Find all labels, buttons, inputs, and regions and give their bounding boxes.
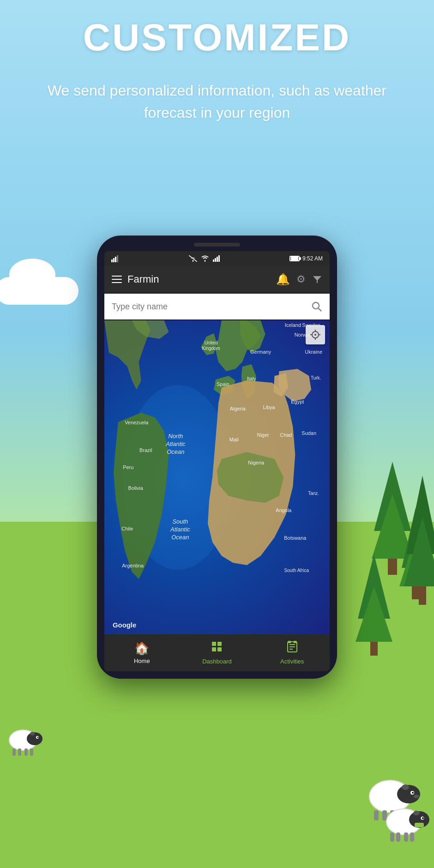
svg-text:Algeria: Algeria — [230, 406, 246, 411]
svg-point-26 — [30, 732, 35, 735]
svg-rect-46 — [213, 259, 214, 262]
title-section: CUSTOMIZED We send personalized informat… — [0, 18, 434, 124]
svg-text:Turk.: Turk. — [311, 375, 321, 380]
svg-rect-18 — [374, 810, 379, 820]
svg-text:Ocean: Ocean — [171, 534, 189, 541]
svg-text:Botswana: Botswana — [284, 535, 307, 541]
activities-icon — [286, 641, 298, 656]
svg-text:United: United — [205, 340, 218, 345]
cell-signal-icon — [213, 255, 221, 262]
svg-rect-47 — [215, 258, 216, 262]
wifi-icon — [201, 255, 209, 262]
svg-text:Libya: Libya — [263, 404, 275, 410]
app-header: Farmin 🔔 ⚙ — [104, 266, 330, 293]
svg-rect-5 — [412, 586, 419, 599]
svg-text:Germany: Germany — [250, 349, 271, 355]
svg-point-17 — [414, 795, 419, 798]
status-center — [189, 255, 221, 262]
svg-text:South Africa: South Africa — [284, 568, 309, 573]
svg-text:Italy: Italy — [247, 376, 257, 381]
map-svg: North Atlantic Ocean South Atlantic Ocea… — [104, 320, 330, 634]
svg-point-23 — [27, 732, 42, 745]
phone-outer: 9:52 AM Farmin 🔔 ⚙ — [97, 235, 337, 679]
svg-rect-94 — [212, 642, 216, 646]
sheep-far-right — [383, 801, 434, 845]
search-bar — [104, 294, 330, 319]
wifi-off-icon — [189, 255, 197, 262]
nav-dashboard-button[interactable]: Dashboard — [180, 641, 255, 665]
bottom-nav: 🏠 Home Dashboard — [104, 634, 330, 671]
svg-text:Kingdom: Kingdom — [202, 346, 220, 351]
signal-icon — [111, 255, 121, 262]
svg-rect-48 — [217, 257, 218, 262]
svg-text:South: South — [172, 518, 188, 525]
status-signal — [111, 255, 121, 262]
svg-text:Atlantic: Atlantic — [165, 440, 186, 447]
nav-home-button[interactable]: 🏠 Home — [104, 641, 180, 664]
home-icon: 🏠 — [134, 641, 149, 656]
phone-screen: 9:52 AM Farmin 🔔 ⚙ — [104, 251, 330, 671]
search-icon[interactable] — [311, 301, 322, 312]
app-name-label: Farmin — [127, 273, 271, 285]
svg-rect-97 — [217, 647, 222, 651]
svg-text:North: North — [169, 433, 183, 440]
svg-point-15 — [412, 792, 414, 794]
svg-rect-102 — [288, 641, 291, 643]
svg-rect-11 — [419, 586, 426, 605]
svg-rect-103 — [294, 641, 296, 643]
svg-text:Ocean: Ocean — [167, 448, 184, 455]
bell-icon[interactable]: 🔔 — [276, 273, 290, 286]
status-right: 9:52 AM — [289, 255, 323, 262]
svg-text:Peru: Peru — [123, 464, 133, 470]
sheep-small-left — [7, 723, 46, 757]
dashboard-icon — [211, 641, 223, 656]
svg-text:Angola: Angola — [276, 507, 292, 513]
svg-rect-95 — [217, 642, 222, 646]
gear-icon[interactable]: ⚙ — [296, 273, 306, 285]
svg-rect-36 — [390, 832, 394, 842]
svg-point-34 — [422, 817, 424, 819]
svg-point-16 — [402, 784, 409, 790]
activities-label: Activities — [280, 658, 304, 665]
svg-text:Tanz.: Tanz. — [308, 491, 319, 496]
city-search-input[interactable] — [112, 302, 307, 312]
svg-rect-49 — [218, 255, 220, 262]
svg-rect-41 — [111, 259, 113, 262]
svg-text:Mali: Mali — [229, 437, 239, 442]
svg-line-51 — [318, 308, 321, 311]
svg-text:Bolivia: Bolivia — [128, 485, 144, 491]
svg-text:Argentina: Argentina — [122, 563, 144, 568]
svg-text:Venezuela: Venezuela — [125, 420, 149, 425]
page-subtitle: We send personalized information, such a… — [28, 79, 406, 124]
svg-text:Sudan: Sudan — [301, 430, 316, 436]
svg-rect-28 — [18, 748, 21, 756]
header-icons: 🔔 ⚙ — [276, 273, 322, 286]
filter-icon[interactable] — [312, 274, 322, 284]
svg-text:Chile: Chile — [121, 526, 133, 531]
svg-point-50 — [313, 302, 319, 309]
svg-text:Niger: Niger — [257, 432, 270, 438]
svg-rect-29 — [24, 748, 28, 756]
svg-rect-44 — [117, 255, 118, 262]
battery-icon — [289, 256, 300, 261]
map-view[interactable]: North Atlantic Ocean South Atlantic Ocea… — [104, 320, 330, 634]
svg-rect-38 — [404, 832, 408, 842]
svg-rect-40 — [415, 823, 424, 827]
svg-rect-43 — [115, 257, 116, 262]
nav-activities-button[interactable]: Activities — [254, 641, 330, 665]
svg-rect-30 — [30, 748, 33, 756]
svg-rect-2 — [388, 559, 397, 575]
location-button[interactable] — [306, 325, 325, 344]
cloud-decoration — [0, 268, 88, 314]
svg-point-25 — [37, 737, 39, 738]
svg-point-35 — [413, 811, 420, 815]
svg-text:Atlantic: Atlantic — [170, 526, 190, 533]
dashboard-label: Dashboard — [202, 658, 232, 665]
svg-text:Ukraine: Ukraine — [305, 349, 322, 355]
location-crosshair-icon — [310, 330, 320, 340]
phone-speaker — [194, 243, 240, 247]
hamburger-menu-button[interactable] — [112, 276, 122, 283]
svg-rect-42 — [113, 258, 115, 262]
page-title: CUSTOMIZED — [28, 18, 406, 56]
svg-text:Chad: Chad — [280, 432, 292, 438]
